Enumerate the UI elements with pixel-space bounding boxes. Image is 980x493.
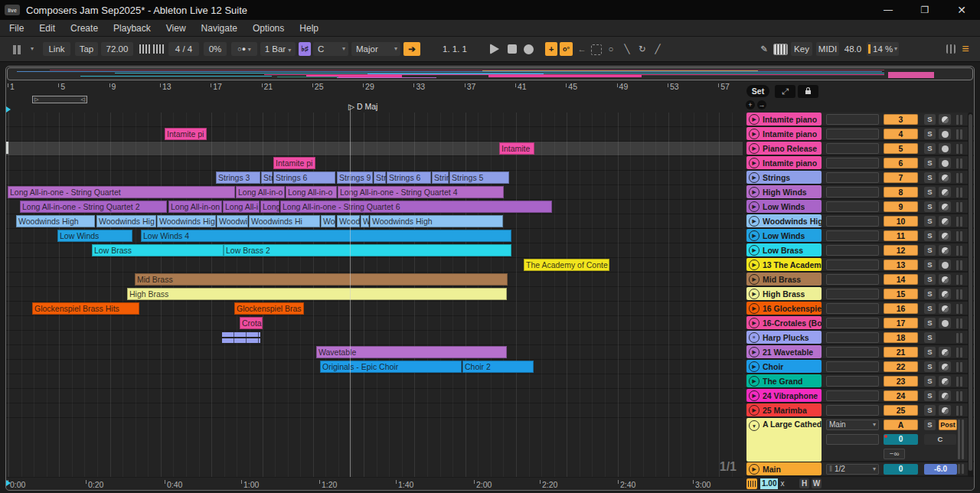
arrangement-clip[interactable]: Intamite <box>499 142 534 155</box>
track-lane-18[interactable] <box>6 331 743 345</box>
track-name-cell[interactable]: ▶Low Brass <box>746 243 822 256</box>
arrangement-clip[interactable]: Woodwinds Hig <box>157 215 216 227</box>
arrangement-clip[interactable]: Strings 6 <box>273 171 335 184</box>
track-io-box[interactable] <box>826 332 879 343</box>
arm-button[interactable] <box>939 172 951 183</box>
menu-item-help[interactable]: Help <box>292 20 326 37</box>
arrangement-clip[interactable]: Intamite pi <box>273 157 315 169</box>
track-lane-12[interactable]: Low BrassLow Brass 2 <box>6 243 743 258</box>
arrangement-clip[interactable]: Low Brass <box>92 244 224 256</box>
audition-waveform-icon[interactable] <box>746 478 757 489</box>
main-volume-field[interactable]: -6.0 <box>924 464 957 475</box>
hamburger-menu-icon[interactable]: ≡ <box>959 42 972 56</box>
arrangement-clip[interactable]: Low Winds 4 <box>141 230 511 242</box>
arm-button[interactable] <box>939 114 951 125</box>
track-activator-button[interactable]: 8 <box>884 187 918 198</box>
solo-button[interactable]: S <box>924 158 936 168</box>
arrangement-position-field[interactable]: 1. 1. 1 <box>426 42 484 56</box>
arrangement-clip[interactable]: Str <box>374 171 386 184</box>
menu-item-view[interactable]: View <box>158 20 194 37</box>
new-midi-clip-button[interactable]: + <box>545 42 557 56</box>
solo-button[interactable]: S <box>924 172 936 183</box>
time-ruler[interactable]: 0:000:200:401:001:201:402:002:202:403:00 <box>6 477 743 491</box>
track-lane-25[interactable] <box>6 403 743 418</box>
track-lane-11[interactable]: Low WindsLow Winds 4 <box>6 229 743 243</box>
return-pan-center[interactable]: C <box>924 434 956 445</box>
arrangement-clip[interactable]: Long All-in-o <box>286 186 337 198</box>
chevron-down-icon[interactable]: ▾ <box>28 42 37 56</box>
arrangement-clip[interactable]: Long All-in-one - String Quartet <box>8 186 235 198</box>
arrangement-clip[interactable]: Strings 6 <box>387 171 431 184</box>
menu-item-create[interactable]: Create <box>63 20 106 37</box>
arrangement-overview[interactable] <box>7 67 973 80</box>
arrangement-clip[interactable]: Crota <box>240 317 263 329</box>
track-activator-button[interactable]: 17 <box>884 318 918 328</box>
track-activator-button[interactable]: 18 <box>884 332 918 343</box>
draw-mode-pencil-icon[interactable]: ✎ <box>758 42 770 56</box>
arrangement-clip[interactable]: Long All-i <box>223 201 260 213</box>
minimize-button[interactable]: — <box>873 0 903 20</box>
main-pan-knob[interactable]: 0 <box>884 464 918 475</box>
solo-button[interactable]: S <box>924 201 936 212</box>
arrangement-clip[interactable]: Glockenspiel Bras <box>234 302 304 315</box>
loop-switch-icon[interactable]: ○ <box>606 42 616 56</box>
track-lane-23[interactable] <box>6 374 743 389</box>
loop-brace[interactable]: ▷ ◁ <box>32 96 87 103</box>
arrangement-clip[interactable]: Long <box>260 201 279 213</box>
track-io-box[interactable] <box>826 143 879 154</box>
tempo-field[interactable]: 72.00 <box>101 42 133 56</box>
solo-button[interactable]: S <box>924 260 936 270</box>
track-lane-15[interactable]: High Brass <box>6 287 743 302</box>
arrangement-clip[interactable]: High Brass <box>127 288 507 300</box>
punch-region-icon[interactable] <box>591 44 602 55</box>
track-name-cell[interactable]: ▶25 Marimba <box>746 403 822 416</box>
arm-button[interactable] <box>939 260 951 270</box>
track-io-box[interactable] <box>826 129 879 139</box>
arrangement-clip[interactable]: Strings 5 <box>449 171 509 184</box>
track-name-cell[interactable]: ▶Low Winds <box>746 200 822 213</box>
track-name-cell[interactable]: ≡Harp Plucks <box>746 331 822 344</box>
fold-icon[interactable]: ▼ <box>749 420 760 431</box>
track-activator-button[interactable]: 6 <box>884 158 918 168</box>
solo-button[interactable]: S <box>924 114 936 125</box>
arm-button[interactable] <box>939 390 951 401</box>
track-io-box[interactable] <box>826 230 879 241</box>
mini-clip[interactable] <box>222 332 260 337</box>
arrangement-clip[interactable]: Strin <box>432 171 449 184</box>
arrangement-clip[interactable]: Long All-in-one - String Quartet 6 <box>280 201 552 213</box>
arm-button[interactable] <box>939 274 951 285</box>
track-name-cell[interactable]: ▶High Brass <box>746 287 822 300</box>
track-activator-button[interactable]: 4 <box>884 129 918 139</box>
arrangement-clip[interactable]: The Academy of Conte <box>524 259 609 271</box>
zoom-diagonal-icon[interactable]: ⤢ <box>775 85 795 98</box>
width-zoom-button[interactable]: W <box>812 478 822 488</box>
track-name-cell[interactable]: ▶Intamite piano <box>746 113 822 126</box>
mini-clip[interactable] <box>222 338 260 343</box>
menu-item-edit[interactable]: Edit <box>31 20 63 37</box>
midi-indicator-value[interactable]: 48.0 <box>842 42 864 56</box>
metronome-icon[interactable] <box>139 44 150 54</box>
midi-map-button[interactable]: MIDI <box>816 42 839 56</box>
solo-button[interactable]: S <box>924 361 936 372</box>
arrangement-clip[interactable]: Wavetable <box>316 346 507 358</box>
track-io-box[interactable] <box>826 390 879 401</box>
track-lane-10[interactable]: Woodwinds HighWoodwinds HigWoodwinds Hig… <box>6 214 743 229</box>
arrangement-clip[interactable]: Glockenspiel Brass Hits <box>32 302 139 315</box>
track-lane-7[interactable]: Strings 3StrStrings 6Strings 9StrStrings… <box>6 171 743 185</box>
groove-pool-icon[interactable]: ○● ▾ <box>231 42 257 56</box>
menu-item-file[interactable]: File <box>2 20 31 37</box>
arrangement-clip[interactable]: Low Brass 2 <box>224 244 511 256</box>
track-io-box[interactable] <box>826 216 879 227</box>
next-marker-button[interactable]: → <box>757 100 766 109</box>
return-track-name-cell[interactable]: ▼ A Large Cathedr <box>746 418 822 462</box>
arrangement-clip[interactable]: Mid Brass <box>135 273 508 286</box>
track-lane-6[interactable]: Intamite pi <box>6 156 743 171</box>
track-activator-button[interactable]: 9 <box>884 201 918 212</box>
arrangement-clip[interactable]: Woodwinds High <box>16 215 95 227</box>
arm-button[interactable] <box>939 158 951 168</box>
track-io-box[interactable] <box>826 376 879 387</box>
metronome-volume-icon[interactable] <box>153 44 164 54</box>
solo-button[interactable]: S <box>924 274 936 285</box>
track-activator-button[interactable]: 7 <box>884 172 918 183</box>
lock-icon[interactable] <box>798 85 818 98</box>
